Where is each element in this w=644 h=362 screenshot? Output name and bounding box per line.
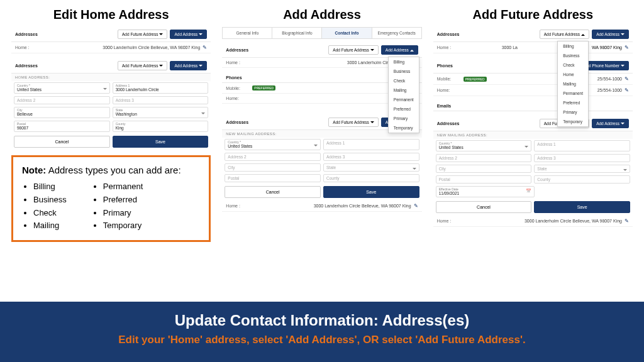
- future-type-dropdown: Billing Business Check Home Mailing Perm…: [557, 41, 589, 127]
- row-label-home: Home :: [437, 45, 461, 50]
- add-address-button[interactable]: Add Address: [592, 30, 629, 39]
- edit-icon[interactable]: ✎: [625, 76, 629, 82]
- add-address-button[interactable]: Add Address: [170, 30, 207, 39]
- address1-field[interactable]: Address 1: [534, 140, 630, 151]
- tab-bio[interactable]: Biographical Info: [272, 28, 322, 38]
- sec-title: Phones: [437, 63, 453, 68]
- sec-title: Addresses: [226, 48, 248, 52]
- country-field[interactable]: Country *United States: [436, 140, 532, 151]
- add-address-button-open[interactable]: Add Address: [381, 45, 418, 55]
- home-address-header: HOME ADDRESS:: [11, 74, 211, 81]
- country-field[interactable]: Country *United States: [14, 82, 110, 94]
- city-field[interactable]: City: [436, 165, 532, 173]
- dd-item[interactable]: Permanent: [389, 95, 419, 104]
- save-button[interactable]: Save: [113, 136, 209, 148]
- preferred-badge: PREFERRED: [252, 85, 275, 90]
- address1-field[interactable]: Address 13000 Landerholm Circle: [113, 82, 209, 94]
- edit-icon[interactable]: ✎: [625, 87, 629, 93]
- state-field[interactable]: State: [534, 165, 630, 173]
- tab-emergency[interactable]: Emergency Contacts: [372, 28, 421, 38]
- add-future-button[interactable]: Add Future Address: [328, 118, 378, 127]
- address2-field[interactable]: Address 2: [436, 154, 532, 162]
- add-future-button[interactable]: Add Future Address: [118, 61, 167, 70]
- home-address-trunc: 3000 La: [464, 45, 518, 50]
- dd-item[interactable]: Primary: [389, 114, 419, 123]
- row-label-home: Home :: [226, 60, 250, 65]
- sec-title: Addresses: [437, 32, 460, 36]
- dd-item[interactable]: Home: [558, 70, 588, 79]
- col1-title: Edit Home Address: [11, 8, 211, 22]
- address3-field[interactable]: Address 3: [323, 153, 419, 161]
- dd-item[interactable]: Permanent: [558, 89, 588, 98]
- dd-item[interactable]: Temporary: [389, 123, 419, 133]
- home-address-text: 3000 Landerholm Circle Bellevue, WA 9800…: [252, 204, 411, 208]
- phones-sec: Phones Add Phone Number Mobile: PREFERRE…: [433, 58, 633, 96]
- tab-contact[interactable]: Contact Info: [322, 28, 372, 38]
- city-field[interactable]: City: [225, 163, 321, 172]
- state-field[interactable]: State: [323, 163, 419, 172]
- cancel-button[interactable]: Cancel: [225, 186, 321, 198]
- effective-date-field[interactable]: Effective Date11/09/2021: [436, 186, 535, 197]
- dd-item[interactable]: Check: [558, 60, 588, 70]
- edit-icon[interactable]: ✎: [203, 45, 207, 50]
- sec-title: Addresses: [15, 32, 38, 36]
- row-label-home: Home :: [226, 204, 250, 208]
- edit-icon[interactable]: ✎: [625, 45, 629, 50]
- dd-item[interactable]: Primary: [558, 107, 588, 117]
- dd-item[interactable]: Mailing: [389, 85, 419, 95]
- row-label-home: Home :: [15, 45, 39, 50]
- addresses-sec: Addresses Add Future Address Add Address…: [222, 43, 421, 68]
- phone-full: 25/554-1000: [489, 77, 622, 81]
- postal-field[interactable]: Postal98007: [14, 121, 110, 132]
- dd-item[interactable]: Preferred: [558, 98, 588, 107]
- postal-field[interactable]: Postal: [436, 175, 532, 184]
- address2-field[interactable]: Address 2: [14, 96, 110, 104]
- note-heading: Note:: [22, 165, 46, 175]
- add-future-button[interactable]: Add Future Address: [118, 30, 167, 39]
- dd-item[interactable]: Preferred: [389, 104, 419, 114]
- postal-field[interactable]: Postal: [225, 174, 321, 182]
- dd-item[interactable]: Temporary: [558, 117, 588, 126]
- add-address-button[interactable]: Add Address: [170, 61, 207, 70]
- state-field[interactable]: StateWashington: [113, 107, 209, 118]
- save-button[interactable]: Save: [323, 186, 419, 198]
- col3-title: Add Future Address: [433, 8, 633, 22]
- edit-icon[interactable]: ✎: [414, 203, 418, 209]
- county-field[interactable]: County: [323, 174, 419, 182]
- address3-field[interactable]: Address 3: [113, 96, 209, 104]
- address1-field[interactable]: Address 1: [323, 139, 419, 150]
- note-list-right: PermanentPreferredPrimaryTemporary: [92, 180, 143, 233]
- cancel-button[interactable]: Cancel: [14, 136, 110, 148]
- county-field[interactable]: County: [534, 175, 630, 184]
- address3-field[interactable]: Address 3: [534, 154, 630, 162]
- add-future-button-open[interactable]: Add Future Address: [540, 30, 589, 39]
- add-address-button[interactable]: Add Address: [592, 119, 629, 128]
- dd-item[interactable]: Billing: [389, 57, 419, 67]
- dd-item[interactable]: Business: [389, 67, 419, 76]
- dd-item[interactable]: Billing: [558, 41, 588, 51]
- address-type-dropdown: Billing Business Check Mailing Permanent…: [388, 57, 419, 133]
- note-text: Address types you can add are:: [46, 165, 180, 175]
- home-address-text: 3000 Landerholm Circle Bellevue, WA 9800…: [464, 219, 622, 223]
- country-field[interactable]: Country *United States: [225, 139, 321, 150]
- new-mailing-future: Addresses Add Future Address Add Address…: [433, 116, 633, 227]
- footer-sub: Edit your 'Home' address, select 'Add Ad…: [25, 333, 619, 347]
- dd-item[interactable]: Mailing: [558, 79, 588, 89]
- edit-icon[interactable]: ✎: [625, 218, 629, 224]
- tab-general[interactable]: General Info: [223, 28, 272, 38]
- footer-title: Update Contact Information: Address(es): [25, 312, 619, 329]
- row-label-home: Home :: [437, 219, 461, 223]
- city-field[interactable]: CityBellevue: [14, 107, 110, 118]
- address2-field[interactable]: Address 2: [225, 153, 321, 161]
- sec-title: Addresses: [15, 63, 38, 68]
- note-list-left: BillingBusinessCheckMailing: [22, 180, 67, 233]
- col2-title: Add Address: [222, 8, 421, 22]
- add-future-button[interactable]: Add Future Address: [328, 45, 378, 55]
- cancel-button[interactable]: Cancel: [436, 201, 532, 213]
- dd-item[interactable]: Business: [558, 51, 588, 60]
- save-button[interactable]: Save: [534, 201, 630, 213]
- row-label-homeph: Home:: [437, 88, 461, 92]
- county-field[interactable]: CountyKing: [113, 121, 209, 132]
- dd-item[interactable]: Check: [389, 76, 419, 85]
- new-mailing-header: NEW MAILING ADDRESS:: [433, 131, 633, 139]
